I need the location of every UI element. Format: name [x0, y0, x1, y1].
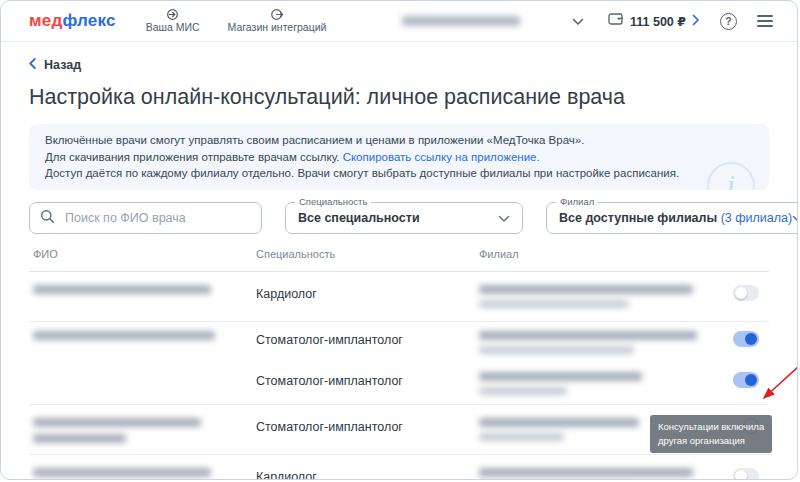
logo-part-blue: флекс — [62, 11, 115, 30]
specialty-cell: Кардиолог — [256, 468, 479, 480]
control-cell — [713, 331, 769, 354]
row-entries: Кардиолог — [256, 272, 769, 321]
logo-part-red: мед — [29, 11, 62, 30]
redacted-clinic-name — [479, 418, 639, 427]
branch-select-value-text: Все доступные филиалы — [559, 211, 717, 225]
branch-entry: Кардиолог — [256, 455, 769, 480]
specialty-cell: Кардиолог — [256, 285, 479, 308]
nav-item-label: Ваша МИС — [146, 22, 200, 34]
table-row: Кардиолог — [29, 272, 769, 322]
search-input[interactable] — [63, 210, 251, 226]
redacted-organization-name — [402, 16, 520, 26]
specialty-cell: Стоматолог-имплантолог — [256, 331, 479, 354]
consultation-toggle[interactable] — [733, 331, 759, 347]
back-link[interactable]: Назад — [29, 58, 81, 72]
chevron-down-icon — [572, 12, 584, 30]
branch-count-accent: (3 филиала) — [721, 211, 793, 225]
redacted-clinic-name — [479, 331, 697, 340]
branch-select[interactable]: Филиал Все доступные филиалы (3 филиала) — [546, 202, 798, 234]
wallet-icon — [608, 12, 624, 30]
arrow-into-circle-icon — [166, 8, 179, 21]
specialty-select-label: Специальность — [295, 196, 371, 207]
redacted-doctor-name — [33, 434, 126, 443]
redacted-clinic-address — [479, 433, 564, 441]
top-bar: медфлекс Ваша МИС Магазин интеграций — [1, 1, 797, 42]
banner-line-2: Для скачивания приложения отправьте врач… — [45, 149, 753, 166]
tooltip-line-2: другая организация — [658, 434, 764, 448]
nav-item-your-mis[interactable]: Ваша МИС — [146, 8, 200, 34]
specialty-select[interactable]: Специальность Все специальности — [285, 202, 523, 234]
clinic-cell — [479, 372, 713, 395]
toggle-knob — [735, 287, 747, 299]
branch-select-value: Все доступные филиалы (3 филиала) — [559, 211, 792, 225]
balance-widget[interactable]: 111 500 ₽ — [608, 12, 700, 30]
redacted-clinic-name — [479, 372, 642, 381]
redacted-doctor-name — [33, 285, 211, 294]
nav-item-integrations-store[interactable]: Магазин интеграций — [228, 8, 327, 34]
specialty-cell: Стоматолог-имплантолог — [256, 418, 479, 441]
control-cell — [713, 285, 769, 308]
banner-line-2-text: Для скачивания приложения отправьте врач… — [45, 151, 339, 163]
tooltip: Консультации включила другая организация — [650, 415, 772, 453]
help-button[interactable]: ? — [720, 13, 737, 30]
redacted-clinic-name — [479, 285, 693, 294]
back-label: Назад — [44, 58, 81, 72]
specialty-select-value: Все специальности — [298, 211, 420, 225]
branch-select-label: Филиал — [556, 196, 598, 207]
doctor-name-cell — [29, 455, 256, 480]
medflex-logo[interactable]: медфлекс — [29, 11, 116, 31]
clinic-cell — [479, 331, 713, 354]
tooltip-line-1: Консультации включила — [658, 420, 764, 434]
chevron-down-icon — [498, 209, 510, 227]
toggle-knob — [735, 470, 747, 480]
balance-amount: 111 500 ₽ — [630, 14, 686, 29]
menu-button[interactable] — [757, 15, 773, 27]
consultation-toggle[interactable] — [733, 468, 759, 480]
table-header: ФИО Специальность Филиал — [29, 248, 769, 272]
chevron-right-icon — [692, 12, 700, 30]
redacted-doctor-name — [33, 418, 201, 427]
control-cell — [713, 372, 769, 395]
doctor-name-cell — [29, 322, 256, 404]
redacted-clinic-address — [479, 346, 634, 354]
page-title: Настройка онлайн-консультаций: личное ра… — [29, 85, 769, 110]
copy-app-link[interactable]: Скопировать ссылку на приложение. — [343, 151, 540, 163]
filters-row: Специальность Все специальности Филиал В… — [29, 202, 769, 234]
doctor-name-cell — [29, 405, 256, 454]
clinic-cell — [479, 285, 713, 308]
search-icon — [40, 209, 55, 228]
consultation-toggle[interactable] — [733, 285, 759, 301]
column-header-fio: ФИО — [29, 248, 256, 260]
banner-line-1: Включённые врачи смогут управлять своим … — [45, 132, 753, 149]
top-nav: Ваша МИС Магазин интеграций — [146, 8, 327, 34]
redacted-clinic-address — [479, 300, 629, 308]
hamburger-icon — [757, 15, 773, 27]
toggle-knob — [745, 333, 757, 345]
info-banner: Включённые врачи смогут управлять своим … — [29, 124, 769, 190]
question-mark-icon: ? — [720, 13, 737, 30]
branch-entry: Стоматолог-имплантолог — [256, 322, 769, 363]
column-header-controls — [723, 248, 769, 260]
banner-line-3: Доступ даётся по каждому филиалу отдельн… — [45, 165, 753, 182]
redacted-clinic-address — [479, 387, 567, 395]
table-row: Кардиолог — [29, 455, 769, 480]
column-header-specialty: Специальность — [256, 248, 479, 260]
control-cell — [713, 468, 769, 480]
specialty-cell: Стоматолог-имплантолог — [256, 372, 479, 395]
doctor-search-box[interactable] — [29, 202, 262, 234]
toggle-knob — [745, 374, 757, 386]
branch-entry: Стоматолог-имплантолог — [256, 363, 769, 404]
row-entries: Стоматолог-имплантологСтоматолог-имплант… — [256, 322, 769, 404]
row-entries: Кардиолог — [256, 455, 769, 480]
redacted-doctor-name — [33, 468, 211, 477]
app-window: медфлекс Ваша МИС Магазин интеграций — [0, 0, 798, 480]
table-row: Стоматолог-имплантологСтоматолог-имплант… — [29, 322, 769, 405]
chevron-down-icon — [792, 209, 798, 227]
consultation-toggle[interactable] — [733, 372, 759, 388]
column-header-branch: Филиал — [479, 248, 723, 260]
doctor-name-cell — [29, 272, 256, 321]
redacted-doctor-name — [33, 331, 215, 340]
clinic-cell — [479, 468, 713, 480]
organization-selector[interactable] — [402, 12, 584, 30]
chevron-left-icon — [29, 58, 36, 72]
